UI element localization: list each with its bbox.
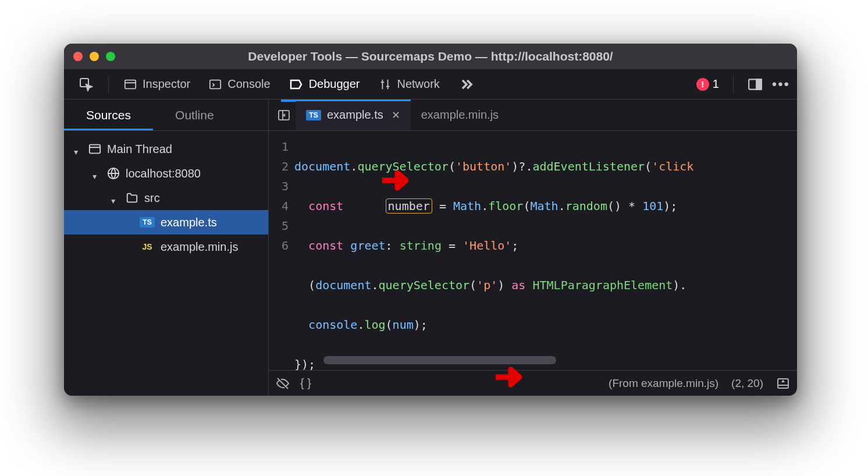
- main-toolbar: Inspector Console Debugger Network ! 1: [64, 69, 797, 100]
- close-window-button[interactable]: [73, 52, 83, 61]
- panel-bottom-icon: [776, 376, 790, 390]
- toggle-bottom-panel-button[interactable]: [776, 376, 790, 390]
- panel-left-icon: [277, 108, 291, 122]
- devtools-window: Developer Tools — Sourcemaps Demo — http…: [64, 44, 797, 396]
- tab-debugger[interactable]: Debugger: [281, 74, 368, 95]
- minimize-window-button[interactable]: [90, 52, 99, 61]
- highlighted-type-token: number: [386, 198, 432, 214]
- globe-icon: [107, 167, 120, 180]
- tree-folder-src[interactable]: src: [64, 186, 268, 210]
- error-icon: !: [696, 78, 709, 91]
- close-tab-button[interactable]: ✕: [392, 109, 400, 122]
- js-file-icon: JS: [140, 242, 155, 251]
- tab-label: Console: [227, 77, 270, 91]
- tab-inspector[interactable]: Inspector: [116, 74, 198, 94]
- sources-sidebar: Sources Outline Main Thread localhost:80…: [64, 100, 269, 396]
- ts-file-icon: TS: [140, 217, 155, 228]
- element-picker-button[interactable]: [71, 74, 101, 95]
- editor-tab-example-min-js[interactable]: example.min.js: [411, 100, 509, 130]
- blackbox-button[interactable]: [276, 376, 290, 390]
- sidebar-tab-outline[interactable]: Outline: [153, 100, 236, 130]
- inspector-icon: [124, 78, 137, 91]
- sidebar-tab-sources[interactable]: Sources: [64, 100, 153, 130]
- editor-pane: TS example.ts ✕ example.min.js 1 2 3 4 5…: [269, 100, 797, 396]
- eye-off-icon: [276, 376, 290, 390]
- editor-tab-label: example.ts: [327, 108, 383, 122]
- code-editor[interactable]: 1 2 3 4 5 6 document.querySelector('butt…: [269, 131, 797, 370]
- tab-network[interactable]: Network: [371, 74, 448, 94]
- debugger-icon: [289, 77, 303, 91]
- cursor-icon: [79, 77, 93, 91]
- tree-file-example-min-js[interactable]: JS example.min.js: [64, 235, 268, 259]
- titlebar: Developer Tools — Sourcemaps Demo — http…: [64, 44, 797, 69]
- source-tree: Main Thread localhost:8080 src TS exampl…: [64, 131, 268, 259]
- tree-host[interactable]: localhost:8080: [64, 161, 268, 186]
- dock-side-button[interactable]: [748, 77, 763, 92]
- editor-tab-label: example.min.js: [421, 108, 499, 122]
- window-icon: [88, 143, 101, 155]
- pretty-print-button[interactable]: { }: [300, 376, 311, 390]
- dock-icon: [748, 77, 763, 92]
- toggle-panes-button[interactable]: [272, 100, 296, 130]
- line-gutter: 1 2 3 4 5 6: [269, 131, 294, 370]
- console-icon: [209, 78, 222, 91]
- cursor-position: (2, 20): [731, 377, 763, 390]
- zoom-window-button[interactable]: [106, 52, 115, 61]
- horizontal-scrollbar[interactable]: [323, 356, 556, 364]
- tab-label: Debugger: [309, 77, 360, 91]
- chevron-double-right-icon: [458, 76, 475, 93]
- tree-main-thread[interactable]: Main Thread: [64, 137, 268, 161]
- svg-rect-5: [756, 79, 762, 89]
- svg-rect-3: [210, 80, 220, 88]
- editor-tabstrip: TS example.ts ✕ example.min.js: [269, 100, 797, 131]
- tree-label: localhost:8080: [126, 167, 201, 180]
- more-tabs-button[interactable]: [450, 73, 483, 96]
- sourcemap-origin: (From example.min.js): [609, 377, 718, 390]
- folder-icon: [126, 191, 138, 204]
- tree-label: example.ts: [161, 216, 217, 229]
- svg-rect-1: [125, 80, 136, 88]
- tree-label: src: [144, 191, 160, 205]
- tree-label: example.min.js: [161, 240, 238, 254]
- tree-file-example-ts[interactable]: TS example.ts: [64, 210, 268, 235]
- error-count: 1: [713, 77, 719, 91]
- error-count-badge[interactable]: ! 1: [696, 77, 719, 91]
- tree-label: Main Thread: [107, 143, 172, 156]
- editor-tab-example-ts[interactable]: TS example.ts ✕: [296, 100, 411, 130]
- svg-rect-6: [90, 145, 100, 154]
- ts-file-icon: TS: [306, 110, 321, 120]
- traffic-lights: [73, 52, 115, 61]
- tab-label: Network: [397, 77, 440, 91]
- code-content[interactable]: document.querySelector('button')?.addEve…: [294, 131, 797, 370]
- tab-label: Inspector: [143, 77, 190, 91]
- editor-statusbar: { } (From example.min.js) (2, 20): [269, 370, 797, 396]
- network-icon: [379, 78, 392, 91]
- chevron-down-icon: [112, 194, 120, 202]
- chevron-down-icon: [74, 145, 83, 153]
- window-title: Developer Tools — Sourcemaps Demo — http…: [64, 49, 797, 63]
- kebab-menu-button[interactable]: •••: [772, 76, 790, 93]
- chevron-down-icon: [93, 169, 101, 177]
- tab-console[interactable]: Console: [201, 74, 278, 94]
